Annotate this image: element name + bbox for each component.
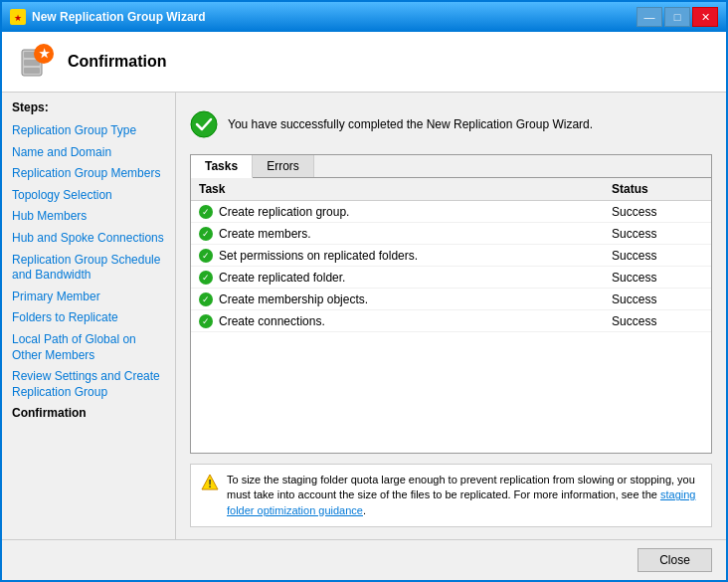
app-icon: ★ [10, 9, 26, 25]
col-status: Status [604, 178, 711, 201]
task-cell: ✓Set permissions on replicated folders. [191, 245, 604, 267]
sidebar-item-schedule[interactable]: Replication Group Schedule and Bandwidth [2, 250, 175, 287]
task-cell: ✓Create connections. [191, 310, 604, 332]
sidebar-item-confirmation: Confirmation [2, 403, 175, 425]
svg-text:★: ★ [39, 47, 50, 61]
sidebar-item-hub-and-spoke[interactable]: Hub and Spoke Connections [2, 228, 175, 250]
task-cell: ✓Create replication group. [191, 201, 604, 223]
check-icon: ✓ [199, 205, 213, 219]
sidebar-item-name-and-domain[interactable]: Name and Domain [2, 142, 175, 164]
task-name: Create replication group. [219, 205, 349, 219]
check-icon: ✓ [199, 249, 213, 263]
warning-text-after: . [363, 504, 366, 516]
warning-icon: ! [201, 474, 219, 491]
tab-bar: Tasks Errors [191, 155, 711, 178]
sidebar-item-hub-members[interactable]: Hub Members [2, 206, 175, 228]
minimize-button[interactable]: — [637, 7, 662, 27]
warning-text: To size the staging folder quota large e… [227, 473, 701, 518]
tabs-container: Tasks Errors Task Status ✓Create replica… [190, 154, 712, 454]
check-icon: ✓ [199, 271, 213, 285]
task-name: Set permissions on replicated folders. [219, 249, 418, 263]
header: ★ Confirmation [2, 32, 726, 93]
tab-tasks[interactable]: Tasks [191, 155, 253, 178]
sidebar-item-review[interactable]: Review Settings and Create Replication G… [2, 366, 175, 403]
svg-point-8 [191, 111, 217, 137]
status-cell: Success [604, 201, 711, 223]
warning-text-before: To size the staging folder quota large e… [227, 474, 695, 500]
task-name: Create replicated folder. [219, 271, 345, 285]
check-icon: ✓ [199, 314, 213, 328]
sidebar: Steps: Replication Group Type Name and D… [2, 93, 176, 539]
task-cell: ✓Create members. [191, 223, 604, 245]
success-icon [190, 110, 218, 138]
check-icon: ✓ [199, 292, 213, 306]
bottom-bar: Close [2, 539, 726, 580]
task-cell: ✓Create replicated folder. [191, 267, 604, 289]
table-row: ✓Set permissions on replicated folders.S… [191, 245, 711, 267]
svg-text:!: ! [208, 478, 212, 489]
title-bar-left: ★ New Replication Group Wizard [10, 9, 206, 25]
sidebar-item-local-path[interactable]: Local Path of Global on Other Members [2, 329, 175, 366]
task-name: Create connections. [219, 314, 325, 328]
window-close-button[interactable]: ✕ [692, 7, 718, 27]
svg-text:★: ★ [14, 13, 22, 23]
status-cell: Success [604, 267, 711, 289]
success-message: You have successfully completed the New … [228, 117, 593, 131]
table-row: ✓Create connections.Success [191, 310, 711, 332]
tab-content-tasks: Task Status ✓Create replication group.Su… [191, 178, 711, 332]
check-icon: ✓ [199, 227, 213, 241]
window-title: New Replication Group Wizard [32, 10, 206, 24]
task-name: Create membership objects. [219, 292, 368, 306]
table-row: ✓Create replication group.Success [191, 201, 711, 223]
tab-errors[interactable]: Errors [253, 155, 314, 177]
table-row: ✓Create replicated folder.Success [191, 267, 711, 289]
warning-box: ! To size the staging folder quota large… [190, 464, 712, 527]
task-name: Create members. [219, 227, 311, 241]
header-title: Confirmation [68, 53, 167, 71]
sidebar-item-topology-selection[interactable]: Topology Selection [2, 185, 175, 207]
sidebar-item-replication-group-members[interactable]: Replication Group Members [2, 163, 175, 185]
table-row: ✓Create membership objects.Success [191, 289, 711, 310]
main-area: Steps: Replication Group Type Name and D… [2, 93, 726, 539]
status-cell: Success [604, 289, 711, 310]
sidebar-item-replication-group-type[interactable]: Replication Group Type [2, 120, 175, 142]
main-window: ★ New Replication Group Wizard — □ ✕ ★ [0, 0, 728, 582]
header-icon: ★ [16, 42, 56, 82]
title-bar: ★ New Replication Group Wizard — □ ✕ [2, 2, 726, 32]
sidebar-item-folders[interactable]: Folders to Replicate [2, 307, 175, 329]
steps-label: Steps: [2, 100, 175, 120]
maximize-button[interactable]: □ [664, 7, 690, 27]
content-area: You have successfully completed the New … [176, 93, 726, 539]
window-controls: — □ ✕ [637, 7, 718, 27]
sidebar-item-primary-member[interactable]: Primary Member [2, 287, 175, 308]
close-button[interactable]: Close [637, 548, 712, 572]
status-cell: Success [604, 223, 711, 245]
svg-rect-5 [24, 68, 40, 74]
success-banner: You have successfully completed the New … [190, 104, 712, 144]
col-task: Task [191, 178, 604, 201]
task-cell: ✓Create membership objects. [191, 289, 604, 310]
task-table: Task Status ✓Create replication group.Su… [191, 178, 711, 332]
status-cell: Success [604, 310, 711, 332]
status-cell: Success [604, 245, 711, 267]
table-row: ✓Create members.Success [191, 223, 711, 245]
